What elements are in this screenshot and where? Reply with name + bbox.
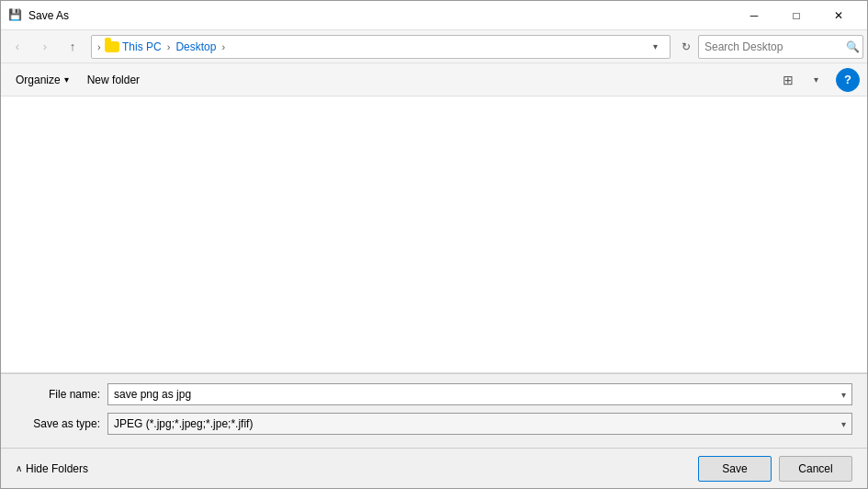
hide-folders-toggle[interactable]: ∧ Hide Folders <box>16 462 88 475</box>
view-toggle-button[interactable]: ⊞ <box>775 68 801 92</box>
form-area: File name: ▾ Save as type: JPEG (*.jpg;*… <box>1 373 867 448</box>
save-as-dialog: 💾 Save As ─ □ ✕ ‹ › ↑ › This PC › Deskto… <box>0 0 868 489</box>
navigation-bar: ‹ › ↑ › This PC › Desktop › ▾ ↻ 🔍 <box>1 30 867 63</box>
organize-dropdown-icon: ▾ <box>64 74 69 85</box>
window-controls: ─ □ ✕ <box>733 1 860 30</box>
savetype-dropdown[interactable]: JPEG (*.jpg;*.jpeg;*.jpe;*.jfif) ▾ <box>107 413 852 435</box>
window-icon: 💾 <box>8 8 23 23</box>
organize-button[interactable]: Organize ▾ <box>8 68 76 92</box>
window-title: Save As <box>28 9 733 22</box>
filename-row: File name: ▾ <box>16 381 852 407</box>
help-button[interactable]: ? <box>836 68 860 92</box>
forward-button[interactable]: › <box>32 34 58 60</box>
breadcrumb-this-pc[interactable]: This PC <box>105 40 162 53</box>
save-button[interactable]: Save <box>698 456 772 482</box>
cancel-button[interactable]: Cancel <box>779 456 852 482</box>
search-icon: 🔍 <box>846 40 860 53</box>
folder-icon <box>105 41 119 52</box>
minimize-button[interactable]: ─ <box>733 1 775 30</box>
search-input[interactable] <box>705 40 842 53</box>
bottom-bar: ∧ Hide Folders Save Cancel <box>1 448 867 488</box>
main-content <box>1 97 867 373</box>
filename-dropdown-icon[interactable]: ▾ <box>841 390 846 400</box>
toolbar2-right: ⊞ ▾ ? <box>775 68 860 92</box>
view-grid-icon: ⊞ <box>783 73 794 87</box>
view-dropdown-icon: ▾ <box>814 74 818 85</box>
filename-field[interactable]: ▾ <box>107 383 852 405</box>
file-list-area[interactable] <box>1 97 867 373</box>
savetype-value: JPEG (*.jpg;*.jpeg;*.jpe;*.jfif) <box>114 417 253 430</box>
view-dropdown-button[interactable]: ▾ <box>803 68 829 92</box>
breadcrumb-sep-1: › <box>167 41 171 52</box>
refresh-button[interactable]: ↻ <box>676 37 696 57</box>
hide-folders-label: Hide Folders <box>26 462 88 475</box>
back-button[interactable]: ‹ <box>5 34 30 60</box>
chevron-down-icon: ∧ <box>16 463 22 473</box>
filename-input[interactable] <box>114 388 841 401</box>
toolbar2: Organize ▾ New folder ⊞ ▾ ? <box>1 63 867 97</box>
address-dropdown-button[interactable]: ▾ <box>646 37 664 57</box>
breadcrumb-sep-0: › <box>97 41 101 52</box>
up-button[interactable]: ↑ <box>60 34 85 60</box>
savetype-label: Save as type: <box>16 417 107 430</box>
filename-label: File name: <box>16 388 107 401</box>
search-box[interactable]: 🔍 <box>698 35 863 59</box>
close-button[interactable]: ✕ <box>817 1 860 30</box>
savetype-row: Save as type: JPEG (*.jpg;*.jpeg;*.jpe;*… <box>16 411 852 437</box>
breadcrumb-desktop[interactable]: Desktop <box>175 40 216 53</box>
savetype-dropdown-icon: ▾ <box>841 419 846 429</box>
bottom-buttons: Save Cancel <box>698 456 852 482</box>
new-folder-button[interactable]: New folder <box>80 68 147 92</box>
address-bar[interactable]: › This PC › Desktop › ▾ <box>91 35 671 59</box>
maximize-button[interactable]: □ <box>775 1 817 30</box>
title-bar: 💾 Save As ─ □ ✕ <box>1 1 867 30</box>
breadcrumb-sep-2: › <box>221 41 225 52</box>
